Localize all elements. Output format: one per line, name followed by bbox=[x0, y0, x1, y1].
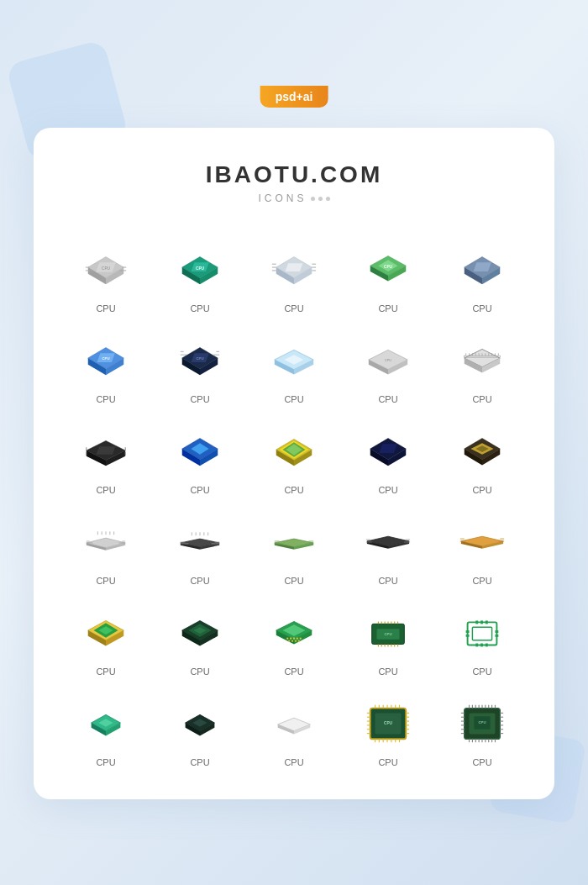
icon-label: CPU bbox=[472, 666, 491, 677]
list-item: CPU CPU bbox=[153, 320, 247, 411]
cpu-icon-6: CPU bbox=[76, 330, 135, 389]
svg-text:CPU: CPU bbox=[102, 356, 109, 361]
icon-label: CPU bbox=[472, 757, 491, 767]
cpu-icon-25 bbox=[453, 603, 512, 661]
main-card: IBAOTU.COM ICONS C bbox=[34, 128, 554, 799]
list-item: CPU bbox=[435, 502, 529, 593]
svg-rect-190 bbox=[486, 620, 488, 624]
svg-text:CPU: CPU bbox=[384, 632, 391, 636]
cpu-icon-7: CPU bbox=[171, 330, 229, 389]
icon-label: CPU bbox=[378, 485, 397, 495]
icon-label: CPU bbox=[190, 666, 209, 677]
list-item: CPU bbox=[153, 683, 247, 774]
svg-point-156 bbox=[286, 638, 288, 640]
svg-rect-185 bbox=[466, 635, 470, 637]
svg-point-158 bbox=[293, 638, 295, 640]
cpu-icon-21 bbox=[76, 603, 135, 661]
subtitle-text: ICONS bbox=[258, 192, 307, 204]
list-item: CPU bbox=[341, 411, 435, 502]
svg-point-160 bbox=[300, 638, 302, 640]
cpu-icon-29: CPU bbox=[359, 693, 417, 752]
cpu-icon-13 bbox=[265, 421, 323, 480]
svg-rect-184 bbox=[466, 630, 470, 633]
cpu-icon-2: CPU bbox=[171, 240, 229, 298]
icon-label: CPU bbox=[190, 576, 209, 586]
cpu-icon-12 bbox=[171, 421, 229, 480]
dot3 bbox=[326, 197, 330, 201]
icon-label: CPU bbox=[96, 576, 115, 586]
svg-rect-73 bbox=[97, 446, 116, 455]
list-item: CPU bbox=[341, 683, 435, 774]
cpu-icon-9: CPU bbox=[359, 330, 417, 389]
icon-label: CPU bbox=[190, 303, 209, 313]
cpu-icon-1: CPU bbox=[76, 240, 135, 298]
svg-point-162 bbox=[291, 640, 293, 641]
cpu-icon-3 bbox=[265, 240, 323, 298]
cpu-icon-4: CPU bbox=[359, 240, 417, 298]
list-item: CPU bbox=[59, 411, 153, 502]
svg-point-161 bbox=[288, 640, 290, 641]
list-item: CPU bbox=[247, 683, 341, 774]
cpu-icon-5 bbox=[453, 240, 512, 298]
svg-text:CPU: CPU bbox=[102, 266, 111, 271]
list-item: CPU bbox=[59, 593, 153, 683]
badge: psd+ai bbox=[260, 86, 328, 108]
icon-label: CPU bbox=[284, 485, 303, 495]
list-item: CPU bbox=[247, 411, 341, 502]
icon-label: CPU bbox=[378, 576, 397, 586]
list-item: CPU bbox=[59, 502, 153, 593]
svg-rect-17 bbox=[286, 263, 303, 271]
cpu-icon-11 bbox=[76, 421, 135, 480]
svg-point-159 bbox=[297, 638, 298, 640]
cpu-icon-26 bbox=[76, 693, 135, 752]
list-item: CPU CPU bbox=[59, 320, 153, 411]
cpu-icon-14 bbox=[359, 421, 417, 480]
icon-label: CPU bbox=[378, 757, 397, 767]
icon-label: CPU bbox=[284, 666, 303, 677]
cpu-icon-17 bbox=[171, 512, 229, 571]
list-item: CPU bbox=[435, 229, 529, 320]
list-item: CPU bbox=[153, 593, 247, 683]
icon-label: CPU bbox=[284, 394, 303, 404]
list-item: CPU bbox=[435, 683, 529, 774]
list-item: CPU bbox=[247, 320, 341, 411]
list-item: CPU CPU bbox=[59, 229, 153, 320]
icon-label: CPU bbox=[472, 485, 491, 495]
list-item: CPU CPU bbox=[341, 229, 435, 320]
cpu-icon-19 bbox=[359, 512, 417, 571]
cpu-icon-24: CPU bbox=[359, 603, 417, 661]
icon-label: CPU bbox=[96, 485, 115, 495]
list-item: CPU CPU bbox=[153, 229, 247, 320]
icon-label: CPU bbox=[472, 394, 491, 404]
icon-label: CPU bbox=[472, 576, 491, 586]
icon-label: CPU bbox=[472, 303, 491, 313]
cpu-icon-8 bbox=[265, 330, 323, 389]
svg-rect-187 bbox=[495, 635, 498, 637]
svg-text:CPU: CPU bbox=[384, 721, 393, 725]
svg-rect-188 bbox=[475, 620, 478, 624]
cpu-icon-23 bbox=[265, 603, 323, 661]
cpu-icon-16 bbox=[76, 512, 135, 571]
svg-text:CPU: CPU bbox=[384, 265, 393, 269]
svg-rect-193 bbox=[486, 644, 488, 647]
svg-point-164 bbox=[298, 640, 300, 641]
cpu-icon-22 bbox=[171, 603, 229, 661]
icon-label: CPU bbox=[190, 485, 209, 495]
cpu-icon-30: CPU bbox=[453, 693, 512, 752]
icon-label: CPU bbox=[96, 666, 115, 677]
icon-label: CPU bbox=[378, 394, 397, 404]
list-item: CPU bbox=[247, 502, 341, 593]
list-item: CPU bbox=[435, 411, 529, 502]
cpu-icon-20 bbox=[453, 512, 512, 571]
icon-grid: CPU CPU bbox=[59, 229, 529, 774]
list-item: CPU bbox=[247, 593, 341, 683]
cpu-icon-28 bbox=[265, 693, 323, 752]
cpu-icon-18 bbox=[265, 512, 323, 571]
svg-text:CPU: CPU bbox=[385, 359, 391, 362]
list-item: CPU CPU bbox=[341, 320, 435, 411]
card-subtitle: ICONS bbox=[59, 192, 529, 204]
icon-label: CPU bbox=[190, 757, 209, 767]
svg-text:CPU: CPU bbox=[478, 720, 486, 724]
svg-rect-192 bbox=[480, 644, 483, 647]
icon-label: CPU bbox=[378, 666, 397, 677]
